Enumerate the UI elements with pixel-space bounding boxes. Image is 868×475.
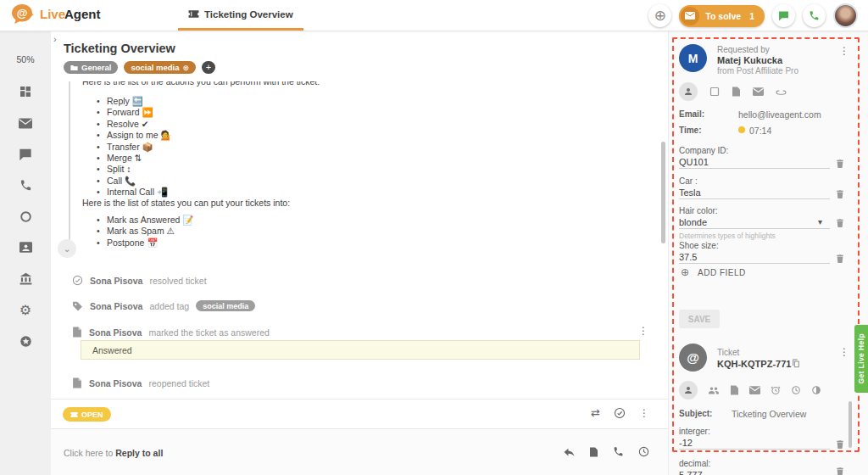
history-icon[interactable] [791,385,801,395]
sidebar-item-status[interactable] [18,209,33,224]
chats-button[interactable] [772,4,795,27]
field-input[interactable]: 5.777 [679,470,703,475]
sidebar-item-portal[interactable] [18,271,33,286]
field-input[interactable]: Tesla [679,187,701,198]
contact-tab[interactable] [679,82,698,101]
resolve-icon[interactable] [614,407,626,419]
list-item: Transfer 📦 [97,142,172,153]
note-icon[interactable] [589,447,598,457]
phone-icon [19,179,32,192]
people-icon[interactable] [708,386,720,395]
field-underline [679,198,830,199]
status-badge[interactable]: OPEN [63,407,111,422]
field-input[interactable]: 37.5 [679,252,697,262]
requester-menu-icon[interactable]: ⋮ [839,45,849,57]
list-item: Internal Call 📲 [97,187,172,198]
logo-text-live: Live [40,7,65,21]
social-media-tag[interactable]: social media ⊗ [124,61,196,74]
phone-icon [809,10,820,21]
get-live-help-label: Get Live Help [857,333,865,384]
dashboard-icon [19,85,32,98]
svg-text:@: @ [17,7,28,20]
get-live-help-tab[interactable]: Get Live Help [854,325,868,393]
reply-bar[interactable]: Click here to Reply to all [51,428,668,475]
page-title: Ticketing Overview [64,42,175,55]
sidebar-item-tickets[interactable] [18,115,33,131]
actions-list: Reply 🔙 Forward ⏩ Resolve ✔ Assign to me… [97,96,172,198]
user-avatar[interactable] [833,3,858,28]
sidebar-item-contacts[interactable] [18,239,33,254]
envelope-icon[interactable] [749,386,760,394]
timeline-action: added tag [149,301,189,311]
email-value: hello@liveagent.com [738,109,821,120]
delete-field-button[interactable] [836,254,844,263]
transfer-icon[interactable]: ⇄ [591,406,600,419]
field-input[interactable]: QU101 [679,157,709,167]
liveagent-logo[interactable]: @ LiveAgent [12,4,101,25]
sidebar-item-settings[interactable]: ⚙ [18,302,33,317]
sidebar-item-chats[interactable] [18,147,33,162]
copy-ticket-code-button[interactable] [792,359,800,368]
delete-field-button[interactable] [836,159,844,168]
delete-field-button[interactable] [836,467,844,475]
more-options-icon[interactable]: ⋮ [639,407,649,419]
tab-label: Ticketing Overview [204,9,293,20]
field-label: Shoe size: [679,241,719,250]
ticket-code: KQH-KQTPZ-771 [717,359,791,369]
panel-scrollbar[interactable] [849,401,852,448]
requester-avatar[interactable]: M [679,44,707,72]
delete-field-button[interactable] [836,189,844,198]
list-item: Assign to me 💁 [97,130,172,141]
add-tag-button[interactable]: + [202,61,215,74]
phone-icon[interactable] [613,446,624,457]
list-item: Resolve ✔ [97,119,172,130]
to-solve-count: 1 [749,11,754,21]
field-input[interactable]: -12 [679,438,693,448]
link-icon[interactable] [776,87,787,96]
timeline-line [69,81,70,241]
sidebar-item-addons[interactable] [18,333,33,349]
save-button[interactable]: SAVE [679,310,720,328]
sidebar-item-dashboard[interactable] [18,84,33,99]
timeline-action: resolved ticket [149,276,206,286]
requester-name[interactable]: Matej Kukucka [717,55,782,65]
calls-button[interactable] [803,4,826,27]
folder-icon [70,64,78,71]
tab-ticketing-overview[interactable]: Ticketing Overview [178,0,303,31]
department-tag[interactable]: General [64,61,118,74]
reply-prefix: Click here to [64,448,113,458]
note-icon[interactable] [732,87,741,97]
ticket-tab-icon [188,9,199,19]
timeline-action: marked the ticket as answered [148,327,269,338]
remove-tag-icon[interactable]: ⊗ [182,64,189,72]
ticket-menu-icon[interactable]: ⋮ [839,346,849,358]
field-dropdown[interactable]: blonde [679,217,707,227]
to-solve-button[interactable]: To solve 1 [679,5,765,27]
timeline-entry: Sona Pisova resolved ticket [72,275,207,286]
field-label: Car : [679,176,698,186]
trash-icon [836,189,844,198]
chevron-right-icon[interactable]: › [53,34,57,44]
field-underline [679,449,830,450]
reply-icon[interactable] [564,447,575,456]
delete-field-button[interactable] [836,439,844,449]
add-field-button[interactable]: ⊕ ADD FIELD [681,266,746,278]
gear-icon: ⚙ [19,302,31,318]
contact-card-icon [19,242,32,253]
envelope-icon[interactable] [753,87,764,96]
schedule-icon[interactable] [638,446,649,457]
alarm-icon[interactable] [771,385,781,395]
timeline-entry-menu[interactable]: ⋮ [638,325,648,337]
note-icon[interactable] [730,385,739,395]
expand-history-button[interactable]: ⌄ [58,239,76,258]
answered-note: Answered [81,340,640,360]
contrast-icon[interactable] [811,385,821,395]
reply-prompt[interactable]: Click here to Reply to all [64,448,163,458]
add-button[interactable]: ⊕ [648,4,671,27]
main-scrollbar[interactable] [661,142,665,243]
delete-field-button[interactable] [836,218,844,227]
checkbox-icon[interactable] [709,87,720,97]
sidebar-item-calls[interactable] [18,177,33,193]
ticket-details-tab[interactable] [679,381,698,400]
caret-down-icon[interactable]: ▾ [818,217,822,226]
